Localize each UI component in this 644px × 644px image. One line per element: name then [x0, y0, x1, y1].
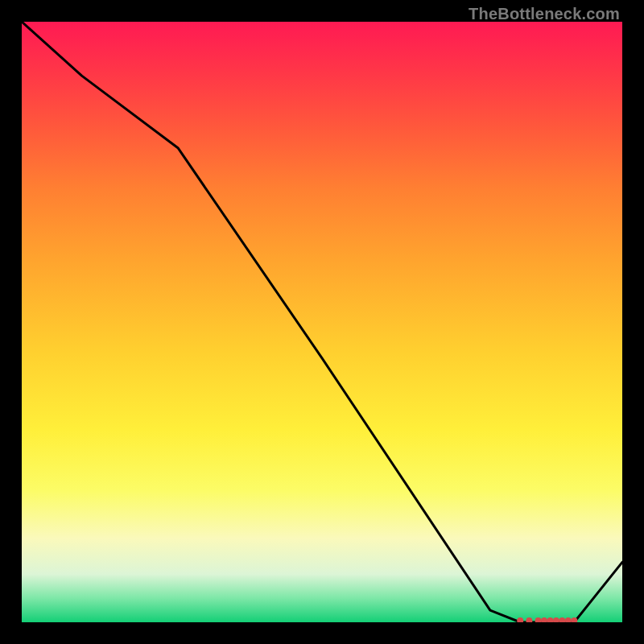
svg-point-6: [559, 617, 565, 622]
svg-point-4: [547, 617, 554, 622]
svg-point-3: [541, 617, 547, 622]
watermark-text: TheBottleneck.com: [469, 5, 620, 23]
plot-area: [22, 22, 622, 622]
curve-svg: [22, 22, 622, 622]
svg-point-2: [535, 617, 542, 622]
line-series: [22, 22, 622, 622]
chart-frame: TheBottleneck.com: [0, 0, 644, 644]
svg-point-5: [553, 617, 559, 622]
svg-point-0: [517, 617, 523, 622]
svg-point-7: [565, 617, 572, 622]
svg-point-1: [526, 617, 532, 622]
